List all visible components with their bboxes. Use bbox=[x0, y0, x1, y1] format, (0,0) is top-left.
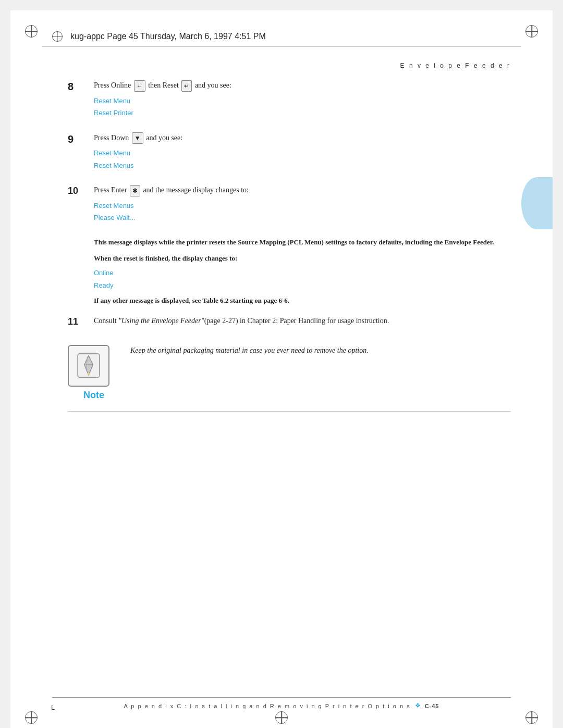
note-label: Note bbox=[83, 390, 104, 401]
step-10-link-2: Please Wait... bbox=[94, 212, 511, 224]
step-10-link-1: Reset Menus bbox=[94, 200, 511, 212]
reg-mark-br bbox=[525, 711, 538, 724]
step-9-content: Press Down ▼ and you see: Reset Menu Res… bbox=[94, 132, 511, 172]
factory-defaults-note: This message displays while the printer … bbox=[94, 237, 511, 248]
step-9: 9 Press Down ▼ and you see: Reset Menu R… bbox=[68, 132, 511, 172]
step-9-link-2: Reset Menus bbox=[94, 159, 511, 171]
step-10-content: Press Enter ✱ and the message display ch… bbox=[94, 184, 511, 224]
step-8: 8 Press Online ← then Reset ↵ and you se… bbox=[68, 80, 511, 119]
step-9-text: Press Down ▼ and you see: bbox=[94, 132, 511, 144]
step-11-text: Consult "Using the Envelope Feeder"(page… bbox=[94, 315, 511, 326]
step-10-text: Press Enter ✱ and the message display ch… bbox=[94, 184, 511, 196]
step-8-link-2: Reset Printer bbox=[94, 107, 511, 119]
section-title: E n v e l o p e F e e d e r bbox=[52, 62, 511, 69]
step-11: 11 Consult "Using the Envelope Feeder"(p… bbox=[68, 315, 511, 329]
reg-mark-bl bbox=[25, 711, 38, 724]
page-footer: A p p e n d i x C : I n s t a l l i n g … bbox=[52, 697, 511, 710]
step-8-link-1: Reset Menu bbox=[94, 95, 511, 107]
l-mark: L bbox=[51, 704, 55, 711]
step-8-content: Press Online ← then Reset ↵ and you see:… bbox=[94, 80, 511, 119]
blue-ellipse-decoration bbox=[521, 177, 553, 229]
reg-mark-tl bbox=[25, 25, 38, 38]
note-icon-box bbox=[68, 345, 109, 387]
step-8-text: Press Online ← then Reset ↵ and you see: bbox=[94, 80, 511, 92]
footer-page-number: C-45 bbox=[425, 703, 439, 709]
footer-diamond: ❖ bbox=[415, 702, 421, 710]
step-10: 10 Press Enter ✱ and the message display… bbox=[68, 184, 511, 224]
online-button-icon: ← bbox=[134, 80, 145, 92]
note-section: Note Keep the original packaging materia… bbox=[68, 345, 511, 412]
step-11-content: Consult "Using the Envelope Feeder"(page… bbox=[94, 315, 511, 329]
if-any-message: If any other message is displayed, see T… bbox=[94, 297, 511, 305]
reset-button-icon: ↵ bbox=[181, 80, 192, 92]
page-header: kug-appc Page 45 Thursday, March 6, 1997… bbox=[42, 31, 521, 46]
reg-mark-bc bbox=[275, 711, 288, 724]
header-reg-mark bbox=[52, 31, 63, 42]
online-link: Online bbox=[94, 267, 511, 279]
step-9-number: 9 bbox=[68, 132, 94, 145]
when-reset-text: When the reset is finished, the display … bbox=[94, 254, 511, 263]
step-9-link-1: Reset Menu bbox=[94, 147, 511, 159]
reg-mark-tr bbox=[525, 25, 538, 38]
pencil-icon bbox=[76, 351, 102, 380]
main-content: 8 Press Online ← then Reset ↵ and you se… bbox=[52, 80, 511, 412]
ready-link: Ready bbox=[94, 279, 511, 291]
enter-button-icon: ✱ bbox=[130, 185, 140, 196]
footer-text: A p p e n d i x C : I n s t a l l i n g … bbox=[124, 703, 411, 709]
step-11-number: 11 bbox=[68, 315, 94, 327]
down-button-icon: ▼ bbox=[132, 132, 143, 144]
step-10-number: 10 bbox=[68, 184, 94, 196]
note-text-block: Keep the original packaging material in … bbox=[130, 345, 511, 356]
note-italic-text: Keep the original packaging material in … bbox=[130, 345, 511, 356]
step-8-number: 8 bbox=[68, 80, 94, 93]
header-title: kug-appc Page 45 Thursday, March 6, 1997… bbox=[70, 32, 266, 41]
